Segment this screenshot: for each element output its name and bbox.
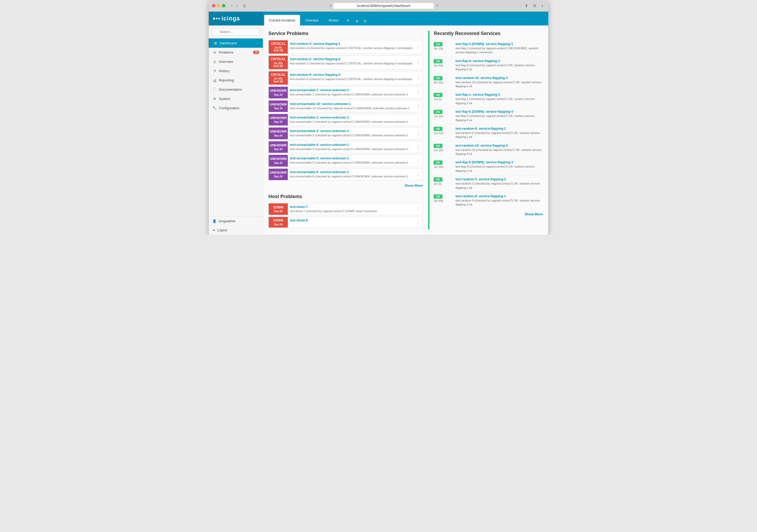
logo-icon (213, 17, 220, 20)
service-problem-row[interactable]: UNKNOWN Sep 24 test-unreachable-4: servi… (268, 141, 423, 153)
recovered-service-row[interactable]: OK 0m 10s test-flap-3 (DOWN): service-fl… (434, 40, 543, 57)
sidebar-item-reporting[interactable]: 📊 Reporting (209, 75, 263, 85)
recovered-service-row[interactable]: OK 0m 45s test-random-10: service-flappi… (434, 74, 543, 91)
sidebar-item-label: Configuration (219, 106, 239, 110)
reload-icon[interactable]: ↻ (436, 4, 439, 8)
host-problem-row[interactable]: DOWN Sep 24 test-down-8 ⋮ (268, 217, 423, 227)
problem-title[interactable]: test-random-2: service-flapping-4 (290, 57, 412, 61)
service-problem-row[interactable]: UNKNOWN Sep 24 test-unreachable-2: servi… (268, 114, 423, 126)
recovered-title[interactable]: test-flap-5 (DOWN): service-flapping-4 (455, 110, 543, 113)
window-button[interactable]: ⊡ (241, 3, 248, 9)
status-badge: DOWN Sep 24 (269, 217, 288, 227)
recovered-service-row[interactable]: OK 1m 4s test-flap-1: service-flapping-3… (434, 91, 543, 108)
logout-button[interactable]: ➜ Logout (209, 226, 263, 235)
ok-label: OK (434, 144, 442, 148)
recovered-title[interactable]: test-random-9: service-flapping-1 (455, 194, 543, 198)
service-problem-row[interactable]: CRITICAL 1m 33s Soft 3/5 test-random-2: … (268, 55, 423, 69)
recovered-title[interactable]: test-random-3: service-flapping-2 (455, 177, 543, 181)
problem-action-button[interactable]: ⋮ (414, 128, 423, 139)
newwin-button[interactable]: + (540, 3, 545, 9)
sidebar-item-overview[interactable]: ◎ Overview (209, 57, 263, 66)
problem-action-button[interactable]: ⋮ (414, 141, 423, 153)
service-problem-row[interactable]: CRITICAL 2m 42s Soft 4/5 test-random-9: … (268, 71, 423, 85)
problem-title[interactable]: test-unreachable-1: service-unknown-1 (290, 88, 412, 92)
recovered-title[interactable]: test-flap-1: service-flapping-3 (455, 93, 543, 97)
sidebar-item-documentation[interactable]: 📄 Documentation (209, 85, 263, 94)
problem-action-button[interactable]: ⋮ (414, 169, 423, 180)
service-problems-show-more[interactable]: Show More (268, 183, 423, 189)
service-problem-row[interactable]: UNKNOWN Sep 24 test-unreachable-5: servi… (268, 155, 423, 166)
problem-action-button[interactable]: ⋮ (414, 40, 423, 54)
logo-text: icinga (222, 15, 240, 22)
search-input[interactable] (212, 28, 260, 36)
maximize-button[interactable] (222, 4, 226, 8)
problem-title[interactable]: test-random-9: service-flapping-4 (290, 73, 412, 77)
problem-action-button[interactable]: ⋮ (414, 71, 423, 85)
recovered-title[interactable]: test-flap-3 (DOWN): service-flapping-1 (455, 42, 543, 46)
tab-add-button[interactable]: + (344, 15, 353, 25)
problem-title[interactable]: test-unreachable-10: service-unknown-1 (290, 102, 412, 106)
problem-title[interactable]: test-random-3: service-flapping-1 (290, 42, 412, 45)
recovered-service-row[interactable]: OK 2m 3s test-random-3: service-flapping… (434, 175, 543, 192)
sidebar-item-configuration[interactable]: 🔧 Configuration (209, 103, 263, 113)
status-label: UNKNOWN (270, 171, 287, 174)
problem-action-button[interactable]: ⋮ (414, 114, 423, 126)
recovered-title[interactable]: test-random-10: service-flapping-3 (455, 76, 543, 80)
service-problem-row[interactable]: UNKNOWN Sep 24 test-unreachable-10: serv… (268, 100, 423, 112)
main-content: Service Problems CRITICAL 1m 9s Soft 2/5… (263, 25, 548, 235)
configuration-icon: 🔧 (212, 106, 217, 110)
sidebar-item-problems[interactable]: ⊘ Problems 19 (209, 48, 263, 57)
recovered-title[interactable]: test-flap-8 (DOWN): service-flapping-3 (455, 161, 543, 164)
documentation-icon: 📄 (212, 88, 217, 92)
service-problem-row[interactable]: CRITICAL 1m 9s Soft 2/5 test-random-3: s… (268, 40, 423, 54)
service-problem-row[interactable]: UNKNOWN Sep 24 test-unreachable-3: servi… (268, 127, 423, 139)
nav-items: ⊞ Dashboard ⊘ Problems 19 ◎ Overview ↺ H… (209, 39, 263, 217)
recovered-services-show-more[interactable]: Show More (434, 211, 543, 217)
back-button[interactable]: ‹ (230, 3, 234, 9)
problem-title[interactable]: test-unreachable-5: service-unknown-1 (290, 157, 412, 160)
problem-action-button[interactable]: ⋮ (414, 217, 423, 227)
sidebar-item-system[interactable]: ⚙ System (209, 94, 263, 103)
recovered-title[interactable]: test-flap-9: service-flapping-3 (455, 59, 543, 63)
url-input[interactable] (333, 3, 434, 9)
problem-title[interactable]: test-down-7 (290, 205, 412, 209)
problem-title[interactable]: test-unreachable-3: service-unknown-1 (290, 129, 412, 133)
problem-action-button[interactable]: ⋮ (414, 87, 423, 98)
status-badge: UNKNOWN Sep 24 (269, 141, 288, 153)
recovered-service-row[interactable]: OK 1m 29s test-random-10: service-flappi… (434, 142, 543, 159)
problem-action-button[interactable]: ⋮ (414, 203, 423, 215)
sidebar-item-history[interactable]: ↺ History (209, 66, 263, 75)
share-button[interactable]: ⬆ (523, 3, 530, 9)
problem-action-button[interactable]: ⋮ (414, 56, 423, 69)
recovered-service-row[interactable]: OK 2m 49s test-random-9: service-flappin… (434, 192, 543, 209)
app-body: 🔍 ⊞ Dashboard ⊘ Problems 19 ◎ Overview (209, 25, 548, 235)
tab-dropdown-button[interactable]: ▾ (353, 17, 360, 25)
user-menu-item[interactable]: 👤 icingaadmin (209, 217, 263, 226)
problem-title[interactable]: test-down-8 (290, 219, 412, 222)
problem-title[interactable]: test-unreachable-4: service-unknown-1 (290, 143, 412, 147)
tab-muted[interactable]: Muted (324, 15, 343, 25)
tab-current-incidents[interactable]: Current Incidents (264, 15, 300, 25)
refresh-button[interactable]: ↻ (361, 17, 370, 25)
forward-button[interactable]: › (235, 3, 239, 9)
recovered-service-row[interactable]: OK 0m 43s test-flap-9: service-flapping-… (434, 57, 543, 74)
host-problem-row[interactable]: DOWN Sep 24 test-down-7 test-down-7 (che… (268, 203, 423, 215)
problem-title[interactable]: test-unreachable-2: service-unknown-1 (290, 116, 412, 119)
recovered-service-row[interactable]: OK 1m 10s test-flap-5 (DOWN): service-fl… (434, 108, 543, 125)
close-button[interactable] (212, 4, 215, 8)
tab-overdue[interactable]: Overdue (300, 15, 323, 25)
recovered-service-row[interactable]: OK 1m 13s test-random-8: service-flappin… (434, 125, 543, 142)
service-problem-row[interactable]: UNKNOWN Sep 24 test-unreachable-6: servi… (268, 168, 423, 180)
problem-title[interactable]: test-unreachable-6: service-unknown-1 (290, 170, 412, 174)
problem-action-button[interactable]: ⋮ (414, 101, 423, 112)
system-icon: ⚙ (212, 97, 217, 101)
minimize-button[interactable] (217, 4, 221, 8)
problem-action-button[interactable]: ⋮ (414, 155, 423, 166)
sidebar-item-dashboard[interactable]: ⊞ Dashboard (209, 39, 263, 48)
service-problem-row[interactable]: UNKNOWN Sep 24 test-unreachable-1: servi… (268, 86, 423, 99)
tabs-button[interactable]: ⧉ (532, 3, 538, 9)
recovered-title[interactable]: test-random-8: service-flapping-1 (455, 127, 543, 131)
recovered-title[interactable]: test-random-10: service-flapping-4 (455, 144, 543, 147)
recovered-service-row[interactable]: OK 1m 55s test-flap-8 (DOWN): service-fl… (434, 158, 543, 175)
recovered-info: test-flap-3 (DOWN): service-flapping-1 t… (455, 42, 543, 55)
